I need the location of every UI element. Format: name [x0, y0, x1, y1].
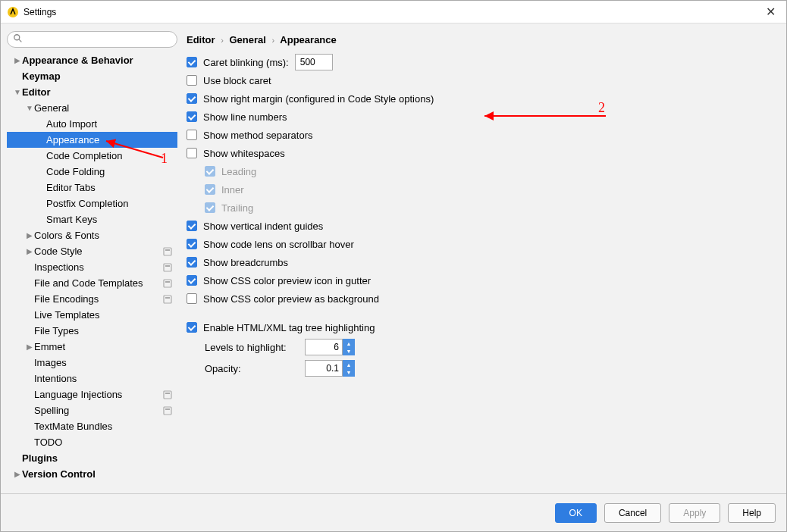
tree-item-spelling[interactable]: Spelling — [7, 402, 177, 418]
tree-item-todo[interactable]: TODO — [7, 434, 177, 450]
svg-rect-9 — [164, 296, 171, 303]
chevron-right-icon: ▶ — [25, 231, 34, 239]
show-method-separators-checkbox[interactable] — [187, 130, 197, 140]
show-whitespaces-row: Show whitespaces — [187, 144, 780, 162]
tree-item-colors-fonts[interactable]: ▶Colors & Fonts — [7, 227, 177, 243]
svg-point-1 — [14, 35, 20, 40]
tree-item-postfix-completion[interactable]: Postfix Completion — [7, 196, 177, 211]
tree-item-label: General — [34, 102, 173, 114]
leading-label: Leading — [221, 166, 256, 177]
use-block-caret-checkbox[interactable] — [187, 75, 197, 86]
spin-down-icon[interactable]: ▼ — [343, 368, 354, 376]
sidebar: ▶Appearance & BehaviorKeymap▼Editor▼Gene… — [7, 30, 177, 493]
leading-checkbox — [205, 166, 215, 177]
svg-rect-7 — [164, 280, 171, 287]
search-wrap — [7, 30, 177, 52]
caret-blinking-input[interactable] — [295, 54, 333, 70]
tree-item-emmet[interactable]: ▶Emmet — [7, 339, 177, 355]
tree-item-language-injections[interactable]: Language Injections — [7, 386, 177, 402]
project-scope-icon — [162, 390, 173, 400]
show-css-gutter-checkbox[interactable] — [187, 275, 197, 286]
chevron-down-icon: ▼ — [25, 104, 34, 112]
tree-item-auto-import[interactable]: Auto Import — [7, 116, 177, 132]
show-vertical-indent-label: Show vertical indent guides — [203, 221, 323, 232]
spin-down-icon[interactable]: ▼ — [343, 347, 354, 355]
tree-item-file-encodings[interactable]: File Encodings — [7, 291, 177, 307]
show-right-margin-checkbox[interactable] — [187, 93, 197, 104]
chevron-right-icon: ▶ — [13, 56, 22, 64]
show-code-lens-label: Show code lens on scrollbar hover — [203, 239, 354, 250]
svg-rect-10 — [165, 297, 170, 299]
main-panel: Editor › General › Appearance Caret blin… — [185, 30, 780, 493]
tree-item-label: Appearance & Behavior — [22, 55, 173, 66]
tree-item-code-style[interactable]: ▶Code Style — [7, 243, 177, 259]
tree-item-keymap[interactable]: Keymap — [7, 68, 177, 84]
chevron-right-icon: › — [221, 36, 224, 45]
spin-up-icon[interactable]: ▲ — [343, 340, 354, 347]
tree-item-code-folding[interactable]: Code Folding — [7, 164, 177, 180]
show-whitespaces-checkbox[interactable] — [187, 148, 197, 158]
tree-item-editor[interactable]: ▼Editor — [7, 84, 177, 100]
tree-item-smart-keys[interactable]: Smart Keys — [7, 211, 177, 227]
svg-line-2 — [19, 39, 22, 42]
show-vertical-indent-checkbox[interactable] — [187, 221, 197, 231]
opacity-spinner: ▲ ▼ — [305, 360, 355, 377]
breadcrumb-part: Appearance — [280, 34, 336, 45]
tree-item-label: Intentions — [34, 373, 173, 384]
opacity-input[interactable] — [305, 360, 343, 377]
tree-item-label: TODO — [34, 437, 173, 448]
help-button[interactable]: Help — [728, 503, 776, 523]
tree-item-plugins[interactable]: Plugins — [7, 450, 177, 466]
tree-item-live-templates[interactable]: Live Templates — [7, 307, 177, 323]
tree-item-code-completion[interactable]: Code Completion — [7, 148, 177, 164]
enable-html-xml-row: Enable HTML/XML tag tree highlighting — [187, 318, 780, 336]
show-css-gutter-label: Show CSS color preview icon in gutter — [203, 275, 371, 286]
chevron-right-icon: ▶ — [13, 470, 22, 478]
show-css-bg-checkbox[interactable] — [187, 293, 197, 304]
tree-item-intentions[interactable]: Intentions — [7, 371, 177, 386]
show-line-numbers-checkbox[interactable] — [187, 111, 197, 122]
show-code-lens-checkbox[interactable] — [187, 239, 197, 249]
tree-item-label: Emmet — [34, 341, 173, 352]
chevron-right-icon: › — [272, 36, 275, 45]
caret-blinking-checkbox[interactable] — [187, 57, 197, 67]
tree-item-version-control[interactable]: ▶Version Control — [7, 466, 177, 482]
cancel-button[interactable]: Cancel — [604, 503, 661, 523]
levels-spinner: ▲ ▼ — [305, 339, 355, 355]
svg-rect-13 — [164, 407, 171, 415]
tree-item-file-and-code-templates[interactable]: File and Code Templates — [7, 275, 177, 291]
annotation-number-1: 1 — [161, 151, 168, 167]
levels-input[interactable] — [305, 339, 343, 355]
show-breadcrumbs-checkbox[interactable] — [187, 257, 197, 268]
tree-item-appearance[interactable]: Appearance — [7, 132, 177, 148]
svg-rect-8 — [165, 281, 170, 283]
trailing-checkbox — [205, 202, 215, 213]
svg-rect-12 — [165, 393, 170, 394]
tree-item-appearance-behavior[interactable]: ▶Appearance & Behavior — [7, 52, 177, 68]
tree-item-textmate-bundles[interactable]: TextMate Bundles — [7, 418, 177, 434]
tree-item-label: Code Style — [34, 246, 162, 257]
apply-button[interactable]: Apply — [669, 503, 720, 523]
search-input[interactable] — [7, 31, 177, 48]
annotation-number-2: 2 — [598, 100, 605, 116]
chevron-right-icon: ▶ — [25, 247, 34, 255]
tree-item-label: Version Control — [22, 468, 173, 480]
chevron-down-icon: ▼ — [13, 88, 22, 96]
show-line-numbers-label: Show line numbers — [203, 111, 287, 123]
show-vertical-indent-row: Show vertical indent guides — [187, 217, 780, 235]
tree-item-images[interactable]: Images — [7, 355, 177, 371]
tree-item-label: Auto Import — [46, 118, 173, 130]
enable-html-xml-checkbox[interactable] — [187, 322, 197, 333]
settings-window: Settings ✕ ▶Appearance & BehaviorKeymap▼… — [0, 0, 787, 532]
tree-item-inspections[interactable]: Inspections — [7, 259, 177, 275]
tree-item-editor-tabs[interactable]: Editor Tabs — [7, 180, 177, 196]
spin-up-icon[interactable]: ▲ — [343, 361, 354, 368]
ok-button[interactable]: OK — [555, 503, 597, 523]
tree-item-file-types[interactable]: File Types — [7, 323, 177, 339]
show-right-margin-label: Show right margin (configured in Code St… — [203, 93, 434, 105]
levels-spin-buttons: ▲ ▼ — [343, 339, 355, 355]
breadcrumb: Editor › General › Appearance — [185, 30, 780, 53]
tree-item-general[interactable]: ▼General — [7, 100, 177, 116]
enable-html-xml-label: Enable HTML/XML tag tree highlighting — [203, 322, 375, 333]
close-icon[interactable]: ✕ — [761, 5, 780, 19]
